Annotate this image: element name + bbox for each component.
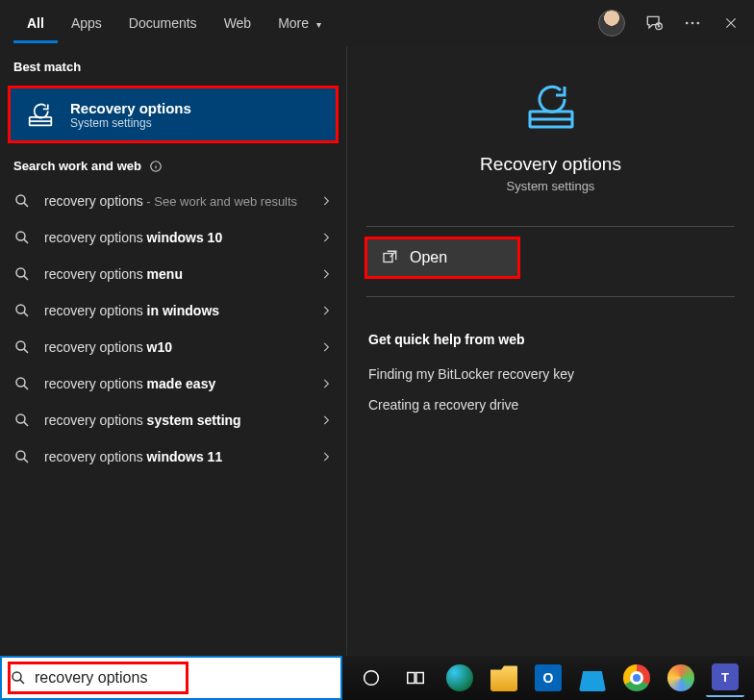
more-options-icon[interactable] bbox=[683, 13, 702, 33]
suggestion-text: recovery options system setting bbox=[44, 412, 241, 428]
header-actions bbox=[598, 0, 741, 46]
svg-point-9 bbox=[16, 305, 25, 313]
search-input[interactable] bbox=[35, 669, 333, 687]
chevron-right-icon[interactable] bbox=[319, 267, 333, 281]
search-icon bbox=[13, 375, 31, 392]
svg-point-8 bbox=[16, 268, 25, 277]
open-button[interactable]: Open bbox=[364, 237, 520, 279]
preview-subtitle: System settings bbox=[366, 179, 735, 193]
suggestion-text: recovery options w10 bbox=[44, 339, 172, 355]
tab-more[interactable]: More ▾ bbox=[264, 4, 335, 43]
chevron-right-icon[interactable] bbox=[319, 340, 333, 354]
svg-point-12 bbox=[16, 414, 25, 423]
svg-rect-19 bbox=[416, 673, 423, 684]
chevron-right-icon[interactable] bbox=[319, 231, 333, 244]
divider bbox=[366, 296, 735, 297]
file-explorer-icon[interactable] bbox=[485, 659, 523, 697]
svg-rect-18 bbox=[408, 673, 415, 684]
svg-point-17 bbox=[364, 671, 379, 686]
suggestion-text: recovery options made easy bbox=[44, 376, 215, 391]
search-icon bbox=[13, 302, 31, 319]
open-icon bbox=[381, 249, 398, 266]
search-icon bbox=[10, 669, 27, 687]
help-link-bitlocker[interactable]: Finding my BitLocker recovery key bbox=[347, 359, 754, 389]
suggestion-text: recovery options in windows bbox=[44, 303, 219, 318]
info-icon[interactable] bbox=[149, 160, 163, 173]
chevron-right-icon[interactable] bbox=[319, 304, 333, 317]
help-header: Get quick help from web bbox=[347, 307, 754, 359]
tab-more-label: More bbox=[278, 15, 309, 31]
user-avatar[interactable] bbox=[598, 10, 625, 37]
suggestion-row[interactable]: recovery options w10 bbox=[0, 329, 346, 365]
chevron-right-icon[interactable] bbox=[319, 413, 333, 427]
svg-point-6 bbox=[16, 195, 25, 204]
suggestion-row[interactable]: recovery options menu bbox=[0, 256, 346, 292]
search-icon bbox=[13, 448, 31, 465]
search-icon bbox=[13, 229, 31, 246]
svg-rect-15 bbox=[384, 254, 392, 262]
suggestion-text: recovery options windows 11 bbox=[44, 449, 222, 464]
chrome-icon[interactable] bbox=[617, 659, 656, 697]
divider bbox=[366, 226, 735, 227]
recovery-icon-large bbox=[520, 75, 582, 137]
tab-documents[interactable]: Documents bbox=[115, 4, 211, 43]
chevron-right-icon[interactable] bbox=[319, 450, 333, 463]
suggestion-row[interactable]: recovery options system setting bbox=[0, 402, 346, 438]
search-icon bbox=[13, 265, 31, 283]
header-tabs: All Apps Documents Web More ▾ bbox=[13, 4, 335, 43]
svg-point-10 bbox=[16, 341, 25, 350]
feedback-icon[interactable] bbox=[644, 13, 664, 33]
svg-point-7 bbox=[16, 232, 25, 240]
tab-web[interactable]: Web bbox=[211, 4, 265, 43]
suggestion-row[interactable]: recovery options windows 10 bbox=[0, 219, 346, 256]
taskbar-search[interactable] bbox=[0, 656, 342, 700]
svg-point-2 bbox=[691, 22, 694, 25]
suggestion-text: recovery options menu bbox=[44, 266, 183, 282]
tab-all[interactable]: All bbox=[13, 4, 58, 43]
svg-point-1 bbox=[686, 22, 689, 25]
ms-store-icon[interactable] bbox=[573, 659, 612, 697]
svg-point-16 bbox=[13, 672, 21, 681]
recovery-icon bbox=[24, 98, 57, 131]
svg-point-13 bbox=[16, 451, 25, 460]
cortana-icon[interactable] bbox=[352, 659, 390, 697]
suggestion-text: recovery options - See work and web resu… bbox=[44, 193, 297, 209]
svg-point-11 bbox=[16, 378, 25, 387]
best-match-text: Recovery options System settings bbox=[70, 100, 191, 130]
help-link-recovery-drive[interactable]: Creating a recovery drive bbox=[347, 389, 754, 420]
search-work-web-label: Search work and web bbox=[0, 145, 346, 183]
chevron-down-icon: ▾ bbox=[316, 19, 321, 30]
search-icon bbox=[13, 338, 31, 356]
preview-title: Recovery options bbox=[366, 154, 735, 175]
suggestion-row[interactable]: recovery options in windows bbox=[0, 292, 346, 329]
search-icon bbox=[13, 192, 31, 210]
preview-pane: Recovery options System settings Open Ge… bbox=[346, 46, 754, 656]
chevron-right-icon[interactable] bbox=[319, 377, 333, 390]
search-icon bbox=[13, 412, 31, 429]
tab-apps[interactable]: Apps bbox=[58, 4, 115, 43]
suggestion-row[interactable]: recovery options windows 11 bbox=[0, 438, 346, 475]
edge-icon[interactable] bbox=[440, 659, 479, 697]
preview-header: Recovery options System settings bbox=[347, 46, 754, 216]
svg-point-3 bbox=[697, 22, 700, 25]
close-icon[interactable] bbox=[721, 13, 741, 33]
teams-icon[interactable]: T bbox=[706, 659, 744, 697]
suggestion-row[interactable]: recovery options - See work and web resu… bbox=[0, 183, 346, 219]
taskbar-apps: O T bbox=[342, 656, 754, 700]
chevron-right-icon[interactable] bbox=[319, 194, 333, 208]
paint-icon[interactable] bbox=[662, 659, 700, 697]
search-body: Best match Recovery options System setti… bbox=[0, 46, 754, 656]
suggestion-list: recovery options - See work and web resu… bbox=[0, 183, 346, 475]
suggestion-text: recovery options windows 10 bbox=[44, 230, 222, 245]
open-label: Open bbox=[410, 249, 447, 266]
results-pane: Best match Recovery options System setti… bbox=[0, 46, 346, 656]
best-match-label: Best match bbox=[0, 46, 346, 84]
search-work-web-text: Search work and web bbox=[13, 159, 141, 173]
best-match-subtitle: System settings bbox=[70, 116, 191, 130]
taskbar: O T bbox=[0, 656, 754, 700]
best-match-title: Recovery options bbox=[70, 100, 191, 116]
suggestion-row[interactable]: recovery options made easy bbox=[0, 365, 346, 402]
task-view-icon[interactable] bbox=[396, 659, 435, 697]
outlook-icon[interactable]: O bbox=[529, 659, 567, 697]
best-match-result[interactable]: Recovery options System settings bbox=[8, 86, 339, 143]
